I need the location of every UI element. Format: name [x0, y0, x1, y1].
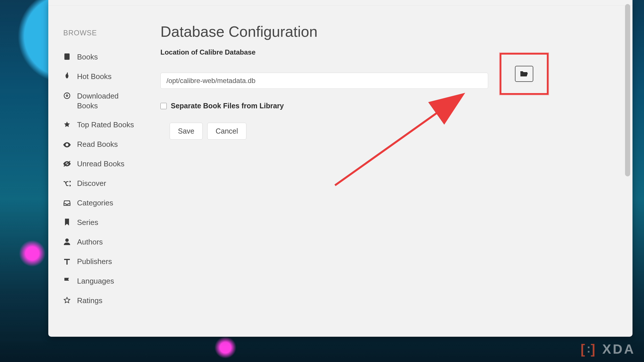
sidebar: BROWSE Books Hot Books Downloaded Books … [48, 6, 143, 337]
sidebar-item-label: Top Rated Books [77, 120, 134, 130]
browse-button[interactable] [515, 66, 533, 82]
sidebar-item-categories[interactable]: Categories [63, 193, 135, 213]
sidebar-item-label: Authors [77, 237, 103, 247]
star-icon [63, 120, 71, 130]
sidebar-item-publishers[interactable]: Publishers [63, 252, 135, 272]
sidebar-item-languages[interactable]: Languages [63, 272, 135, 291]
separate-files-row[interactable]: Separate Book Files from Library [160, 102, 605, 110]
sidebar-item-label: Read Books [77, 139, 118, 149]
sidebar-item-label: Languages [77, 276, 114, 286]
sidebar-item-label: Unread Books [77, 159, 124, 169]
app-window: BROWSE Books Hot Books Downloaded Books … [48, 0, 632, 337]
star-outline-icon [63, 296, 71, 306]
sidebar-item-downloaded-books[interactable]: Downloaded Books [63, 86, 135, 115]
sidebar-item-read-books[interactable]: Read Books [63, 135, 135, 154]
sidebar-item-top-rated-books[interactable]: Top Rated Books [63, 115, 135, 135]
bookmark-icon [63, 217, 71, 228]
annotation-highlight-box [500, 53, 549, 95]
sidebar-item-label: Categories [77, 198, 113, 208]
shuffle-icon [63, 178, 71, 189]
sidebar-item-unread-books[interactable]: Unread Books [63, 154, 135, 174]
flag-icon [63, 276, 71, 286]
page-title: Database Configuration [160, 23, 605, 40]
user-icon [63, 237, 71, 247]
type-icon [63, 257, 71, 267]
scrollbar-thumb[interactable] [625, 4, 630, 176]
svg-point-3 [65, 238, 69, 242]
sidebar-item-authors[interactable]: Authors [63, 232, 135, 252]
sidebar-item-label: Downloaded Books [77, 91, 135, 111]
eye-slash-icon [63, 159, 71, 169]
sidebar-nav: Books Hot Books Downloaded Books Top Rat… [63, 47, 135, 311]
eye-icon [63, 139, 71, 150]
svg-rect-0 [64, 53, 70, 60]
xda-watermark: [] XDA [580, 341, 635, 357]
sidebar-item-series[interactable]: Series [63, 213, 135, 232]
sidebar-item-label: Hot Books [77, 72, 112, 81]
inbox-icon [63, 198, 71, 208]
save-button[interactable]: Save [170, 123, 203, 140]
sidebar-item-label: Discover [77, 178, 106, 188]
db-path-group: Location of Calibre Database [160, 48, 605, 102]
button-row: Save Cancel [160, 123, 605, 140]
fire-icon [63, 72, 71, 82]
sidebar-item-label: Ratings [77, 296, 102, 305]
book-icon [63, 52, 71, 62]
window-top-bar [48, 0, 632, 6]
cancel-button[interactable]: Cancel [207, 123, 246, 140]
folder-open-icon [520, 70, 528, 78]
separate-files-label: Separate Book Files from Library [171, 102, 284, 110]
db-path-input[interactable] [160, 73, 488, 89]
sidebar-item-hot-books[interactable]: Hot Books [63, 67, 135, 86]
sidebar-item-discover[interactable]: Discover [63, 174, 135, 193]
sidebar-item-ratings[interactable]: Ratings [63, 291, 135, 311]
sidebar-item-label: Books [77, 52, 98, 62]
sidebar-item-books[interactable]: Books [63, 47, 135, 67]
separate-files-checkbox[interactable] [160, 103, 167, 109]
sidebar-item-label: Series [77, 217, 98, 227]
sidebar-heading: BROWSE [63, 29, 135, 37]
main-content: Database Configuration Location of Calib… [143, 6, 623, 337]
vertical-scrollbar[interactable] [624, 4, 631, 333]
sidebar-item-label: Publishers [77, 257, 112, 266]
download-circle-icon [63, 91, 71, 101]
